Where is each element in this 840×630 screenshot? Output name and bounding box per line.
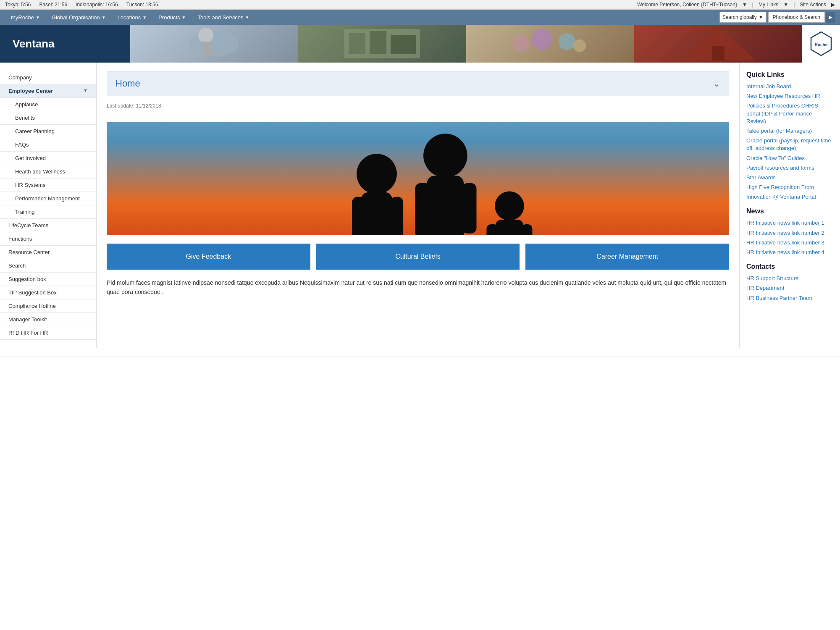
banner-image-4 bbox=[634, 25, 802, 63]
sidebar-item-manager-toolkit[interactable]: Manager Toolkit bbox=[0, 313, 96, 326]
sidebar-training-label: Training bbox=[15, 209, 34, 215]
svg-rect-34 bbox=[496, 220, 523, 235]
sidebar-item-suggestion-box[interactable]: Suggestion box bbox=[0, 273, 96, 286]
bottom-border bbox=[0, 357, 840, 357]
sidebar-benefits-label: Benefits bbox=[15, 115, 35, 121]
news-link-2[interactable]: HR Initiative news link number 2 bbox=[746, 229, 833, 237]
sidebar-applause-label: Applause bbox=[15, 101, 38, 108]
top-bar: Tokyo: 5:56 Basel: 21:56 Indianapolis: 1… bbox=[0, 0, 840, 10]
nav-tools-services[interactable]: Tools and Services ▼ bbox=[192, 10, 255, 25]
quick-link-high-five[interactable]: High Five Recognition From bbox=[746, 184, 833, 191]
hero-image bbox=[107, 122, 729, 235]
news-link-3[interactable]: HR Initiative news link number 3 bbox=[746, 239, 833, 247]
sidebar-item-resource-center[interactable]: Resource Center bbox=[0, 246, 96, 259]
sidebar-rtd-hr-label: RTD HR For HR bbox=[8, 330, 48, 336]
sidebar-item-company[interactable]: Company bbox=[0, 71, 96, 84]
quick-link-new-employee-resources[interactable]: New Employee Resources HR bbox=[746, 92, 833, 100]
top-bar-right: Welcome Peterson, Colleen {DTHT~Tucson} … bbox=[637, 2, 835, 8]
nav-myroche[interactable]: myRoche ▼ bbox=[5, 10, 46, 25]
quick-link-taleo-portal[interactable]: Taleo portal (for Managers) bbox=[746, 127, 833, 135]
my-links-btn[interactable]: My Links bbox=[759, 2, 778, 8]
nav-products-label: Products bbox=[158, 14, 180, 21]
home-header: Home ⌄ bbox=[107, 71, 729, 96]
news-link-4[interactable]: HR Initiative news link number 4 bbox=[746, 249, 833, 256]
sidebar-item-get-involved[interactable]: Get Involved bbox=[0, 152, 96, 165]
sidebar-health-wellness-label: Health and Wellness bbox=[15, 168, 65, 175]
sidebar-item-training[interactable]: Training bbox=[0, 205, 96, 219]
contact-hr-partner-team[interactable]: HR Business Partner Team bbox=[746, 294, 833, 302]
nav-locations[interactable]: Locations ▼ bbox=[112, 10, 153, 25]
sidebar-expand-icon: ▼ bbox=[83, 88, 88, 93]
search-dropdown-label: Search globally bbox=[722, 14, 757, 20]
sidebar-item-faqs[interactable]: FAQs bbox=[0, 138, 96, 152]
nav-bar: myRoche ▼ Global Organisation ▼ Location… bbox=[0, 10, 840, 25]
home-title: Home bbox=[116, 78, 140, 89]
contact-hr-support[interactable]: HR Support Structure bbox=[746, 275, 833, 282]
nav-global-org[interactable]: Global Organisation ▼ bbox=[46, 10, 112, 25]
separator2: | bbox=[752, 2, 753, 8]
nav-locations-caret: ▼ bbox=[142, 15, 147, 20]
svg-point-8 bbox=[531, 29, 552, 50]
sidebar: Company Employee Center ▼ Applause Benef… bbox=[0, 63, 97, 348]
svg-rect-6 bbox=[391, 35, 416, 54]
quick-link-oracle-guides[interactable]: Oracle "How To" Guides bbox=[746, 155, 833, 162]
sidebar-item-performance-mgmt[interactable]: Performance Management bbox=[0, 192, 96, 205]
sidebar-item-applause[interactable]: Applause bbox=[0, 98, 96, 111]
sidebar-performance-mgmt-label: Performance Management bbox=[15, 195, 80, 202]
sidebar-item-search[interactable]: Search bbox=[0, 259, 96, 273]
nav-products[interactable]: Products ▼ bbox=[152, 10, 192, 25]
banner-image-2 bbox=[298, 25, 466, 63]
cultural-beliefs-button[interactable]: Cultural Beliefs bbox=[316, 244, 520, 270]
sidebar-lifecycle-teams-label: LifeCycle Teams bbox=[8, 222, 48, 228]
quick-link-payroll-resources[interactable]: Payroll resources and forms bbox=[746, 164, 833, 172]
nav-arrow-button[interactable]: ▶ bbox=[826, 12, 835, 23]
phonebook-button[interactable]: Phonebook & Search bbox=[768, 12, 825, 23]
sidebar-item-functions[interactable]: Functions bbox=[0, 232, 96, 246]
banner-images bbox=[130, 25, 802, 63]
career-management-button[interactable]: Career Management bbox=[525, 244, 729, 270]
quick-link-internal-job-board[interactable]: Internal Job Board bbox=[746, 83, 833, 90]
sidebar-item-career-planning[interactable]: Career Planning bbox=[0, 125, 96, 138]
sidebar-item-benefits[interactable]: Benefits bbox=[0, 111, 96, 125]
svg-rect-2 bbox=[202, 42, 214, 56]
svg-rect-35 bbox=[486, 224, 498, 235]
sidebar-item-tip-suggestion-box[interactable]: TIP Suggestion Box bbox=[0, 286, 96, 299]
body-text: Pid molum faces magnist iatinve ndipsae … bbox=[107, 278, 729, 297]
news-link-1[interactable]: HR Initiative news link number 1 bbox=[746, 219, 833, 227]
sidebar-item-lifecycle-teams[interactable]: LifeCycle Teams bbox=[0, 219, 96, 232]
svg-point-10 bbox=[573, 39, 586, 52]
quick-link-innovation[interactable]: Innovation @ Ventana Portal bbox=[746, 193, 833, 201]
sidebar-item-hr-systems[interactable]: HR Systems bbox=[0, 178, 96, 192]
sidebar-item-rtd-hr[interactable]: RTD HR For HR bbox=[0, 326, 96, 340]
time-basel: Basel: 21:56 bbox=[39, 2, 67, 8]
site-actions-btn[interactable]: Site Actions bbox=[800, 2, 826, 8]
sidebar-get-involved-label: Get Involved bbox=[15, 155, 46, 161]
home-chevron-icon[interactable]: ⌄ bbox=[713, 79, 720, 89]
svg-point-33 bbox=[495, 192, 524, 221]
quick-link-oracle-portal[interactable]: Oracle portal (payslip, request time off… bbox=[746, 137, 833, 152]
contact-hr-department[interactable]: HR Department bbox=[746, 284, 833, 292]
contacts-title: Contacts bbox=[746, 263, 833, 270]
content-area: Home ⌄ Last update: 11/12/2013 bbox=[97, 63, 739, 348]
separator: ▼ bbox=[742, 2, 747, 8]
roche-logo: Roche bbox=[802, 25, 840, 63]
right-sidebar: Quick Links Internal Job Board New Emplo… bbox=[739, 63, 840, 348]
svg-text:Roche: Roche bbox=[815, 42, 828, 47]
roche-hexagon-icon: Roche bbox=[808, 31, 834, 56]
sidebar-item-health-wellness[interactable]: Health and Wellness bbox=[0, 165, 96, 178]
quick-link-policies-procedures[interactable]: Policies & Procedures CHRIS portal (IDP … bbox=[746, 102, 833, 125]
hero-svg bbox=[107, 122, 729, 235]
top-bar-times: Tokyo: 5:56 Basel: 21:56 Indianapolis: 1… bbox=[5, 2, 158, 8]
my-links-arrow: ▼ bbox=[783, 2, 788, 8]
give-feedback-button[interactable]: Give Feedback bbox=[107, 244, 310, 270]
svg-rect-29 bbox=[415, 183, 430, 235]
welcome-message: Welcome Peterson, Colleen {DTHT~Tucson} bbox=[637, 2, 737, 8]
sidebar-item-compliance-hotline[interactable]: Compliance Hotline bbox=[0, 299, 96, 313]
sidebar-tip-suggestion-box-label: TIP Suggestion Box bbox=[8, 289, 57, 296]
quick-link-star-awards[interactable]: Star Awards bbox=[746, 174, 833, 181]
sidebar-item-employee-center[interactable]: Employee Center ▼ bbox=[0, 84, 96, 98]
search-dropdown[interactable]: Search globally ▼ bbox=[719, 12, 766, 23]
sidebar-functions-label: Functions bbox=[8, 236, 32, 242]
sidebar-hr-systems-label: HR Systems bbox=[15, 182, 45, 188]
svg-point-9 bbox=[559, 33, 575, 50]
